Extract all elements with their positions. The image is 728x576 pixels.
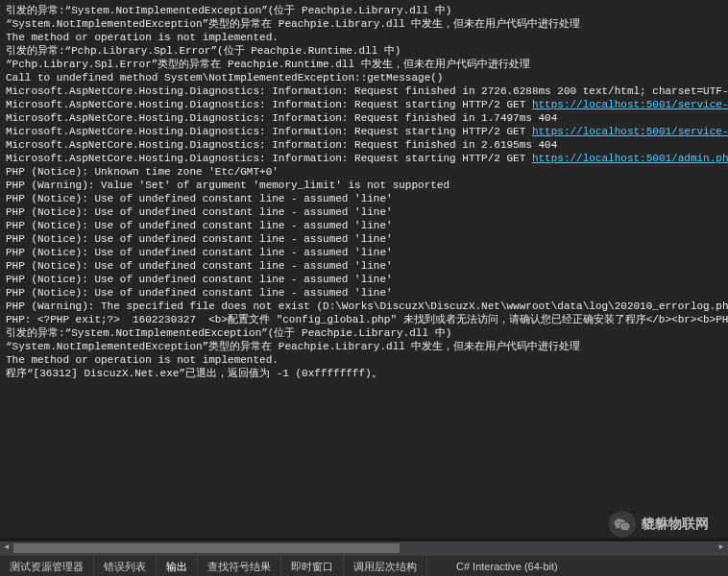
console-line: “Pchp.Library.Spl.Error”类型的异常在 Peachpie.…	[6, 58, 722, 71]
watermark: 貔貅物联网	[609, 511, 709, 538]
console-line: PHP (Notice): Use of undefined constant …	[6, 273, 722, 286]
console-line: Microsoft.AspNetCore.Hosting.Diagnostics…	[6, 111, 722, 125]
output-console: 引发的异常:“System.NotImplementedException”(位…	[0, 0, 728, 538]
tab-1[interactable]: 错误列表	[94, 556, 157, 577]
console-line: 引发的异常:“Pchp.Library.Spl.Error”(位于 Peachp…	[6, 44, 722, 58]
console-line: PHP (Warning): The specified file does n…	[6, 300, 722, 313]
status-text: C# Interactive (64-bit)	[447, 561, 568, 572]
tab-5[interactable]: 调用层次结构	[344, 556, 427, 577]
console-line: “System.NotImplementedException”类型的异常在 P…	[6, 340, 722, 353]
scroll-track[interactable]	[13, 541, 715, 555]
watermark-text: 貔貅物联网	[642, 516, 709, 533]
console-line: PHP (Notice): Use of undefined constant …	[6, 205, 722, 219]
tab-3[interactable]: 查找符号结果	[198, 556, 281, 577]
tab-4[interactable]: 即时窗口	[281, 556, 344, 577]
console-line: PHP (Notice): Use of undefined constant …	[6, 259, 722, 273]
horizontal-scrollbar[interactable]: ◄ ►	[0, 541, 728, 555]
tab-0[interactable]: 测试资源管理器	[0, 556, 94, 577]
console-link[interactable]: https://localhost:5001/service-worker.js	[532, 99, 728, 110]
bottom-tab-bar: 测试资源管理器错误列表输出查找符号结果即时窗口调用层次结构C# Interact…	[0, 555, 728, 576]
console-line: Microsoft.AspNetCore.Hosting.Diagnostics…	[6, 152, 722, 165]
scroll-thumb[interactable]	[13, 543, 400, 553]
console-line: PHP (Notice): Use of undefined constant …	[6, 286, 722, 300]
console-link[interactable]: https://localhost:5001/admin.php	[532, 153, 728, 164]
console-line: PHP (Notice): Use of undefined constant …	[6, 219, 722, 232]
console-line: The method or operation is not implement…	[6, 31, 722, 44]
scroll-right-button[interactable]: ►	[715, 541, 728, 555]
tab-2[interactable]: 输出	[157, 556, 198, 577]
console-line: PHP (Notice): Use of undefined constant …	[6, 232, 722, 246]
scroll-left-button[interactable]: ◄	[0, 541, 13, 555]
console-line: PHP (Notice): Use of undefined constant …	[6, 246, 722, 259]
wechat-icon	[609, 511, 636, 538]
console-line: 程序“[36312] DiscuzX.Net.exe”已退出，返回值为 -1 (…	[6, 367, 722, 380]
console-line: 引发的异常:“System.NotImplementedException”(位…	[6, 326, 722, 340]
console-line: Microsoft.AspNetCore.Hosting.Diagnostics…	[6, 84, 722, 98]
console-line: “System.NotImplementedException”类型的异常在 P…	[6, 17, 722, 31]
console-line: PHP (Warning): Value 'Set' of argument '…	[6, 179, 722, 192]
console-line: PHP (Notice): Use of undefined constant …	[6, 192, 722, 205]
console-link[interactable]: https://localhost:5001/service-worker.js	[532, 126, 728, 137]
console-line: 引发的异常:“System.NotImplementedException”(位…	[6, 4, 722, 17]
console-line: PHP (Notice): Unknown time zone 'Etc/GMT…	[6, 165, 722, 179]
console-line: The method or operation is not implement…	[6, 353, 722, 367]
console-line: Microsoft.AspNetCore.Hosting.Diagnostics…	[6, 125, 722, 138]
console-line: Call to undefined method System\NotImple…	[6, 71, 722, 84]
console-line: PHP: <?PHP exit;?> 1602230327 <b>配置文件 "c…	[6, 313, 722, 326]
console-line: Microsoft.AspNetCore.Hosting.Diagnostics…	[6, 98, 722, 111]
console-line: Microsoft.AspNetCore.Hosting.Diagnostics…	[6, 138, 722, 152]
